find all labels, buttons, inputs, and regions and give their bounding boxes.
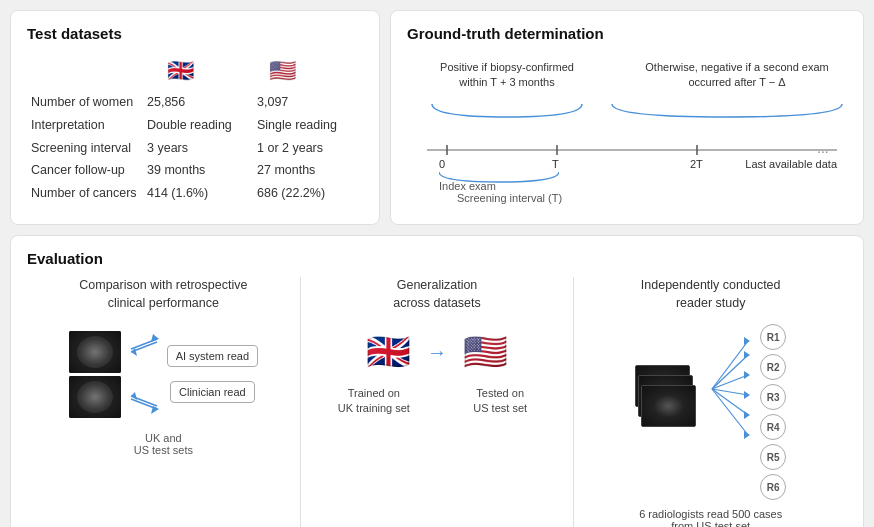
clinician-read-box: Clinician read — [170, 381, 255, 403]
row-uk-4: 414 (1.6%) — [143, 182, 253, 205]
evaluation-title: Evaluation — [27, 250, 847, 267]
svg-marker-8 — [151, 334, 159, 342]
dataset-table: 🇬🇧 🇺🇸 — [27, 52, 363, 91]
comparison-arrows-svg — [129, 324, 159, 424]
reader-study-title: Independently conductedreader study — [584, 277, 837, 312]
reader-badge-R5: R5 — [760, 444, 786, 470]
uk-flag-container: 🇬🇧 — [366, 334, 411, 370]
evaluation-row: Comparison with retrospectiveclinical pe… — [27, 277, 847, 527]
comparison-bottom-label: UK andUS test sets — [37, 432, 290, 456]
positive-label: Positive if biopsy-confirmedwithin T + 3… — [427, 60, 587, 91]
reader-badge-R1: R1 — [760, 324, 786, 350]
test-datasets-panel: Test datasets 🇬🇧 🇺🇸 Number of women 25,8… — [10, 10, 380, 225]
mri-card-front — [641, 385, 696, 427]
us-flag-container: 🇺🇸 — [463, 334, 508, 370]
bottom-labels: Index exam Screening interval (T) — [417, 180, 837, 210]
svg-marker-23 — [744, 391, 750, 399]
ai-read-box: AI system read — [167, 345, 258, 367]
reader-badges: R1 R2 R3 R4 R5 R6 — [760, 324, 786, 500]
positive-brace-svg — [427, 102, 587, 122]
tick-label-2T: 2T — [690, 158, 703, 170]
row-us-1: Single reading — [253, 114, 363, 137]
row-label-4: Number of cancers — [27, 182, 143, 205]
generalization-labels: Trained onUK training set Tested onUS te… — [311, 386, 564, 417]
mri-stack — [69, 331, 121, 418]
table-row: Cancer follow-up 39 months 27 months — [27, 159, 363, 182]
tick-label-0: 0 — [439, 158, 445, 170]
svg-line-17 — [712, 389, 748, 395]
tested-label: Tested onUS test set — [437, 386, 563, 417]
last-data-label: Last available data — [745, 158, 837, 170]
negative-label: Otherwise, negative if a second examoccu… — [627, 60, 847, 91]
ground-truth-panel: Ground-truth determination Positive if b… — [390, 10, 864, 225]
mri-image-bottom — [69, 376, 121, 418]
generalization-flags: 🇬🇧 → 🇺🇸 — [366, 334, 508, 370]
table-row: Interpretation Double reading Single rea… — [27, 114, 363, 137]
row-uk-0: 25,856 — [143, 91, 253, 114]
generalization-title: Generalizationacross datasets — [311, 277, 564, 312]
flag-row: 🇬🇧 🇺🇸 — [27, 52, 363, 91]
row-label-2: Screening interval — [27, 137, 143, 160]
negative-brace-svg — [607, 102, 847, 122]
row-us-2: 1 or 2 years — [253, 137, 363, 160]
reader-mri-stack — [635, 365, 700, 460]
ground-truth-title: Ground-truth determination — [407, 25, 847, 42]
test-datasets-title: Test datasets — [27, 25, 363, 42]
row-uk-3: 39 months — [143, 159, 253, 182]
svg-line-19 — [712, 389, 748, 435]
svg-marker-20 — [744, 337, 750, 345]
comparison-title: Comparison with retrospectiveclinical pe… — [37, 277, 290, 312]
gen-arrow-right: → — [427, 341, 447, 364]
reader-badge-R3: R3 — [760, 384, 786, 410]
row-us-0: 3,097 — [253, 91, 363, 114]
row-uk-2: 3 years — [143, 137, 253, 160]
reader-study-content: R1 R2 R3 R4 R5 R6 — [584, 324, 837, 500]
mri-image-top — [69, 331, 121, 373]
svg-marker-25 — [744, 431, 750, 439]
reader-badge-R6: R6 — [760, 474, 786, 500]
row-us-4: 686 (22.2%) — [253, 182, 363, 205]
table-row: Screening interval 3 years 1 or 2 years — [27, 137, 363, 160]
svg-marker-22 — [744, 371, 750, 379]
fan-arrows-svg — [710, 327, 750, 497]
reader-study-section: Independently conductedreader study — [574, 277, 847, 527]
dataset-data-table: Number of women 25,856 3,097 Interpretat… — [27, 91, 363, 205]
generalization-section: Generalizationacross datasets 🇬🇧 → 🇺🇸 Tr… — [301, 277, 575, 527]
svg-line-15 — [712, 355, 748, 389]
generalization-content: 🇬🇧 → 🇺🇸 Trained onUK training set Tested… — [311, 324, 564, 417]
row-uk-1: Double reading — [143, 114, 253, 137]
read-boxes: AI system read Clinician read — [167, 345, 258, 403]
flag-us: 🇺🇸 — [249, 52, 363, 91]
row-label-3: Cancer follow-up — [27, 159, 143, 182]
interval-label: Screening interval (T) — [457, 192, 562, 204]
row-us-3: 27 months — [253, 159, 363, 182]
svg-marker-24 — [744, 411, 750, 419]
interval-brace-svg — [439, 170, 559, 186]
row-label-1: Interpretation — [27, 114, 143, 137]
reader-badge-R2: R2 — [760, 354, 786, 380]
reader-footnote: 6 radiologists read 500 casesfrom US tes… — [584, 508, 837, 527]
table-row: Number of cancers 414 (1.6%) 686 (22.2%) — [27, 182, 363, 205]
tick-label-T: T — [552, 158, 559, 170]
table-row: Number of women 25,856 3,097 — [27, 91, 363, 114]
gen-flag-uk: 🇬🇧 — [366, 334, 411, 370]
gen-flag-us: 🇺🇸 — [463, 334, 508, 370]
comparison-content: AI system read Clinician read — [37, 324, 290, 424]
trained-label: Trained onUK training set — [311, 386, 437, 417]
ground-truth-diagram: Positive if biopsy-confirmedwithin T + 3… — [407, 52, 847, 210]
comparison-section: Comparison with retrospectiveclinical pe… — [27, 277, 301, 527]
evaluation-panel: Evaluation Comparison with retrospective… — [10, 235, 864, 527]
svg-marker-21 — [744, 351, 750, 359]
flag-uk: 🇬🇧 — [157, 52, 249, 91]
reader-badge-R4: R4 — [760, 414, 786, 440]
row-label-0: Number of women — [27, 91, 143, 114]
svg-text:...: ... — [817, 142, 829, 156]
